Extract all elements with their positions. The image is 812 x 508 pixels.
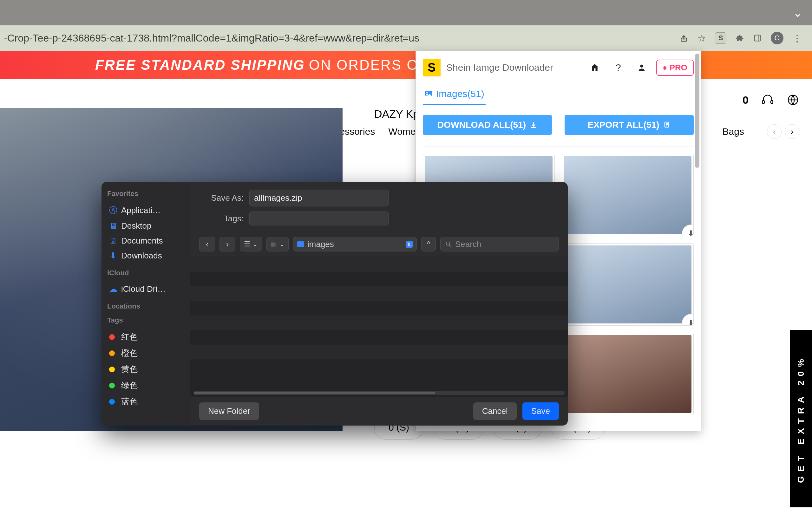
- thumbnail[interactable]: [562, 333, 694, 415]
- help-icon[interactable]: ?: [612, 61, 624, 74]
- sidebar-item-applications[interactable]: ⒶApplicati…: [107, 202, 184, 218]
- desktop-icon: 🖥: [109, 221, 117, 231]
- nav-scroll-left-icon[interactable]: ‹: [767, 124, 781, 139]
- tag-dot-icon: [109, 399, 115, 405]
- tab-images[interactable]: Images(51): [423, 84, 486, 105]
- diamond-icon: ♦: [662, 63, 667, 73]
- save-dialog-toolbar: ‹ › ☰ ⌄ ▦ ⌄ images ⇅ ^ Search: [190, 232, 568, 256]
- sidebar-tag[interactable]: 红色: [107, 329, 184, 345]
- thumbnail[interactable]: ⬇: [562, 154, 694, 236]
- file-list[interactable]: [190, 257, 568, 397]
- nav-forward-button[interactable]: ›: [219, 237, 235, 251]
- sidebar-heading: iCloud: [107, 269, 184, 277]
- svg-rect-4: [771, 100, 773, 104]
- location-selector[interactable]: images ⇅: [293, 237, 417, 251]
- tag-dot-icon: [109, 350, 115, 356]
- tags-label: Tags:: [199, 214, 244, 223]
- pro-button[interactable]: ♦ PRO: [656, 59, 694, 76]
- cloud-icon: ☁: [109, 284, 117, 294]
- svg-rect-3: [762, 100, 764, 104]
- save-as-input[interactable]: [249, 189, 389, 206]
- sidebar-heading: Tags: [107, 316, 184, 325]
- save-as-label: Save As:: [199, 193, 244, 203]
- svg-rect-1: [755, 35, 761, 41]
- share-icon[interactable]: [679, 33, 689, 43]
- sidebar-item-documents[interactable]: 🗎Documents: [107, 234, 184, 248]
- tag-dot-icon: [109, 383, 115, 388]
- cart-count: 0: [742, 94, 748, 106]
- chevron-updown-icon: ⇅: [406, 241, 413, 248]
- sidebar-item-desktop[interactable]: 🖥Desktop: [107, 218, 184, 234]
- puzzle-icon[interactable]: [735, 34, 744, 42]
- save-button[interactable]: Save: [522, 403, 559, 420]
- new-folder-button[interactable]: New Folder: [199, 403, 259, 420]
- sidebar-heading: Favorites: [107, 189, 184, 198]
- export-all-button[interactable]: EXPORT ALL(51): [565, 115, 694, 135]
- user-icon[interactable]: [635, 61, 648, 74]
- profile-avatar[interactable]: G: [771, 32, 783, 44]
- sidebar-heading: Locations: [107, 302, 184, 310]
- sidebar-tag[interactable]: 绿色: [107, 377, 184, 393]
- extension-badge[interactable]: S: [715, 32, 726, 44]
- folder-icon: [297, 241, 304, 247]
- documents-icon: 🗎: [109, 236, 117, 246]
- sidebar-tag[interactable]: 黄色: [107, 361, 184, 377]
- sidebar-item-icloud[interactable]: ☁iCloud Dri…: [107, 282, 184, 296]
- star-icon[interactable]: ☆: [697, 33, 706, 44]
- tag-dot-icon: [109, 334, 115, 340]
- svg-point-13: [446, 242, 450, 246]
- location-text: images: [307, 240, 334, 249]
- extra-discount-flag[interactable]: GET EXTRA 20%: [790, 330, 812, 507]
- search-placeholder: Search: [455, 240, 481, 249]
- nav-scroll-right-icon[interactable]: ›: [785, 124, 799, 139]
- globe-icon[interactable]: [786, 93, 799, 106]
- tags-input[interactable]: [249, 212, 389, 225]
- address-bar: -Crop-Tee-p-24368695-cat-1738.html?mallC…: [0, 26, 812, 51]
- collapse-button[interactable]: ^: [421, 237, 436, 251]
- scrollbar-thumb[interactable]: [695, 54, 699, 168]
- search-input[interactable]: Search: [440, 237, 559, 251]
- svg-point-6: [640, 65, 643, 68]
- nav-item[interactable]: Bags: [723, 126, 744, 137]
- svg-point-8: [426, 92, 428, 93]
- save-dialog-sidebar: Favorites ⒶApplicati… 🖥Desktop 🗎Document…: [102, 182, 190, 426]
- sidebar-tag[interactable]: 蓝色: [107, 393, 184, 410]
- horizontal-scrollbar[interactable]: [194, 391, 565, 395]
- save-dialog: Favorites ⒶApplicati… 🖥Desktop 🗎Document…: [102, 182, 568, 426]
- tag-dot-icon: [109, 367, 115, 372]
- window-icon[interactable]: [753, 34, 762, 42]
- thumbnail[interactable]: ⬇: [562, 243, 694, 326]
- kebab-menu-icon[interactable]: ⋮: [792, 33, 802, 44]
- sidebar-item-downloads[interactable]: ⬇Downloads: [107, 248, 184, 263]
- svg-line-14: [449, 245, 451, 247]
- app-icon: Ⓐ: [109, 205, 117, 216]
- extension-title: Shein Iamge Downloader: [446, 62, 553, 73]
- downloads-icon: ⬇: [109, 251, 117, 261]
- scrollbar-thumb[interactable]: [194, 392, 435, 394]
- extension-logo: S: [423, 59, 441, 76]
- view-list-button[interactable]: ☰ ⌄: [240, 237, 262, 251]
- url-text[interactable]: -Crop-Tee-p-24368695-cat-1738.html?mallC…: [4, 32, 679, 44]
- support-icon[interactable]: [761, 93, 774, 106]
- download-all-button[interactable]: DOWNLOAD ALL(51): [423, 115, 552, 135]
- sidebar-tag[interactable]: 橙色: [107, 345, 184, 361]
- view-icons-button[interactable]: ▦ ⌄: [267, 237, 289, 251]
- chevron-down-icon[interactable]: ⌄: [793, 6, 803, 20]
- nav-back-button[interactable]: ‹: [199, 237, 215, 251]
- cancel-button[interactable]: Cancel: [473, 403, 517, 420]
- promo-bold: FREE STANDARD SHIPPING: [95, 57, 305, 73]
- home-icon[interactable]: [588, 61, 601, 74]
- window-titlebar: ⌄: [0, 0, 812, 26]
